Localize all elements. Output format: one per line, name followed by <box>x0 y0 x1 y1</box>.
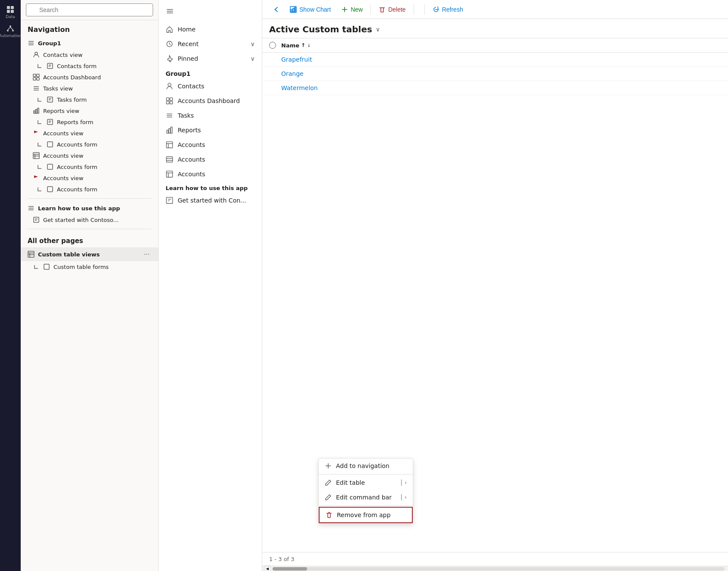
dashboard-icon2 <box>166 97 173 105</box>
app-sidebar: Data Automation <box>0 0 21 571</box>
row-checkbox-watermelon[interactable] <box>269 84 276 91</box>
nav-item-accounts-view3[interactable]: Accounts view <box>21 172 158 184</box>
flyout-accounts1[interactable]: Accounts <box>159 137 262 152</box>
svg-rect-40 <box>47 187 53 192</box>
scroll-left-button[interactable]: ◄ <box>264 565 271 571</box>
list-icon <box>28 40 35 47</box>
context-menu-edit-command-bar[interactable]: Edit command bar │ › <box>319 490 413 505</box>
pinned-chevron: ∨ <box>251 55 255 62</box>
nav-group1-label: Group1 <box>21 37 158 49</box>
title-chevron[interactable]: ∨ <box>376 26 380 33</box>
name-column-header[interactable]: Name ↑ ↓ <box>281 42 311 49</box>
nav-item-reports-view[interactable]: Reports view <box>21 105 158 116</box>
flyout-contacts[interactable]: Contacts <box>159 79 262 94</box>
sort-toggle-icon: ↓ <box>307 43 311 48</box>
nav-item-accounts-form1[interactable]: Accounts form <box>21 139 158 150</box>
table-row[interactable]: Grapefruit <box>262 53 728 67</box>
back-arrow-icon <box>273 6 280 13</box>
nav-item-accounts-form3[interactable]: Accounts form <box>21 184 158 195</box>
search-input[interactable] <box>26 3 153 16</box>
svg-rect-20 <box>33 78 36 80</box>
refresh-icon <box>433 6 439 13</box>
row-name-grapefruit[interactable]: Grapefruit <box>281 56 312 63</box>
new-button[interactable]: New <box>337 4 367 15</box>
svg-rect-66 <box>169 128 170 133</box>
delete-button[interactable]: Delete <box>374 4 410 15</box>
pin-icon <box>166 55 173 62</box>
svg-rect-28 <box>34 111 35 113</box>
nav-item-contacts-form[interactable]: Contacts form <box>21 60 158 72</box>
table-row[interactable]: Watermelon <box>262 81 728 95</box>
row-name-orange[interactable]: Orange <box>281 70 304 77</box>
scroll-thumb[interactable] <box>273 567 307 571</box>
sidebar-item-automation[interactable]: Automation <box>2 22 19 40</box>
flyout-accounts3[interactable]: Accounts <box>159 167 262 181</box>
nav-item-accounts-view2[interactable]: Accounts view <box>21 150 158 161</box>
get-started-icon <box>33 216 40 223</box>
context-menu-remove-from-app[interactable]: Remove from app <box>319 507 413 523</box>
scrollbar-area: ◄ <box>262 566 728 571</box>
form-icon6 <box>47 186 53 193</box>
main-header: Active Custom tables ∨ <box>262 19 728 38</box>
nav-learn-label: Learn how to use this app <box>21 202 158 214</box>
flyout-home[interactable]: Home <box>159 22 262 37</box>
svg-rect-60 <box>166 101 169 104</box>
nav-item-tasks-view[interactable]: Tasks view <box>21 83 158 94</box>
flyout-reports[interactable]: Reports <box>159 123 262 137</box>
person-icon2 <box>166 82 173 90</box>
hamburger-button[interactable] <box>166 7 174 17</box>
flyout-pinned[interactable]: Pinned ∨ <box>159 51 262 66</box>
context-menu-edit-table[interactable]: Edit table │ › <box>319 475 413 490</box>
svg-rect-19 <box>37 74 39 77</box>
toolbar-dropdown-button[interactable] <box>417 8 421 11</box>
edit-icon <box>325 479 332 486</box>
flyout-recent[interactable]: Recent ∨ <box>159 37 262 51</box>
list-icon2 <box>33 85 40 92</box>
svg-rect-77 <box>166 197 173 203</box>
flyout-tasks[interactable]: Tasks <box>159 108 262 123</box>
nav-item-get-started[interactable]: Get started with Contoso... <box>21 214 158 225</box>
svg-rect-29 <box>36 109 37 113</box>
flyout-accounts2[interactable]: Accounts <box>159 152 262 167</box>
clock-icon <box>166 40 173 48</box>
footer-text: 1 - 3 of 3 <box>269 556 295 562</box>
show-chart-button[interactable]: Show Chart <box>286 4 335 15</box>
accounts2-icon <box>166 156 173 163</box>
row-checkbox-orange[interactable] <box>269 70 276 77</box>
nav-item-custom-table-forms[interactable]: Custom table forms <box>21 261 158 272</box>
refresh-button[interactable]: Refresh <box>428 4 468 15</box>
table-grid-icon <box>28 251 35 258</box>
sub-arrow-icon5 <box>36 163 43 170</box>
list-icon4 <box>166 112 173 119</box>
table-row[interactable]: Orange <box>262 67 728 81</box>
back-button[interactable] <box>269 4 284 15</box>
svg-rect-34 <box>47 142 53 147</box>
nav-item-contacts-view[interactable]: Contacts view <box>21 49 158 60</box>
edit-icon2 <box>325 494 332 501</box>
flyout-learn-label: Learn how to use this app <box>159 181 262 193</box>
nav-item-accounts-view1[interactable]: Accounts view <box>21 128 158 139</box>
nav-item-accounts-dashboard[interactable]: Accounts Dashboard <box>21 72 158 83</box>
row-name-watermelon[interactable]: Watermelon <box>281 84 318 91</box>
accounts1-icon <box>166 141 173 149</box>
trash-icon <box>326 512 333 518</box>
flyout-get-started[interactable]: Get started with Con... <box>159 193 262 208</box>
main-footer: 1 - 3 of 3 <box>262 552 728 566</box>
flyout-accounts-dashboard[interactable]: Accounts Dashboard <box>159 94 262 108</box>
header-checkbox[interactable] <box>269 42 276 49</box>
context-menu-add-to-navigation[interactable]: Add to navigation <box>319 459 413 473</box>
nav-item-tasks-form[interactable]: Tasks form <box>21 94 158 105</box>
svg-rect-74 <box>166 171 173 177</box>
toolbar-separator2 <box>414 4 414 15</box>
nav-item-accounts-form2[interactable]: Accounts form <box>21 161 158 172</box>
nav-item-custom-table-views[interactable]: Custom table views ··· <box>21 247 158 261</box>
list-header: Name ↑ ↓ <box>262 38 728 53</box>
edit-command-bar-submenu-arrow: │ › <box>400 494 407 500</box>
svg-rect-86 <box>295 7 295 12</box>
nav-item-reports-form[interactable]: Reports form <box>21 116 158 128</box>
svg-rect-21 <box>37 78 39 80</box>
nav-more-button[interactable]: ··· <box>142 250 151 259</box>
svg-rect-39 <box>47 164 53 169</box>
row-checkbox-grapefruit[interactable] <box>269 56 276 63</box>
sidebar-item-data[interactable]: Data <box>2 3 19 21</box>
